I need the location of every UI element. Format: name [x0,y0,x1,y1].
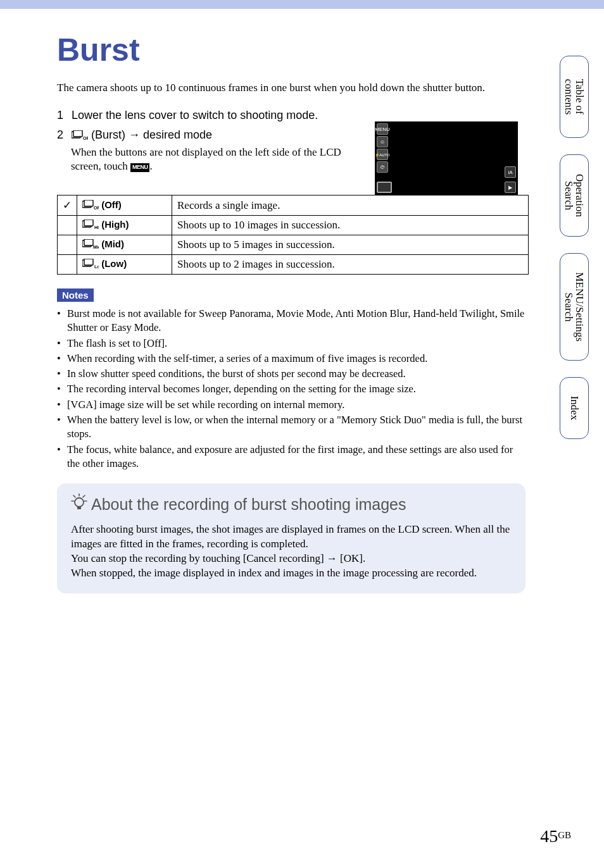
note-item: When recording with the self-timer, a se… [57,352,525,366]
tip-title: About the recording of burst shooting im… [71,493,512,515]
tab-label: Index [569,396,580,421]
page-num-value: 45 [540,826,558,846]
note-item: The focus, white balance, and exposure a… [57,443,525,471]
thumb-flash-icon: ⚡AUTO [377,149,388,160]
mode-high-desc: Shoots up to 10 images in succession. [172,216,529,235]
step-2-number: 2 [57,127,68,144]
svg-text:OFF: OFF [83,136,88,140]
burst-off-icon: OFF [72,128,88,146]
mode-off-desc: Records a single image. [172,195,529,216]
arrow-icon: → [129,128,140,141]
mode-off-text: (Off) [99,199,122,210]
svg-text:OFF: OFF [94,206,99,210]
tab-index[interactable]: Index [560,377,589,439]
tab-table-of-contents[interactable]: Table of contents [560,56,589,138]
svg-rect-13 [84,259,93,265]
mode-mid-check [58,235,77,255]
step-1-text: Lower the lens cover to switch to shooti… [72,109,318,121]
tab-label: Operation Search [563,174,585,217]
page-number: 45GB [540,826,571,846]
thumb-menu-icon: MENU [377,123,388,135]
tip-body: After shooting burst images, the shot im… [71,523,512,581]
svg-line-16 [73,495,75,497]
mode-off-label: OFF (Off) [77,195,172,216]
step-2-description: When the buttons are not displayed on th… [71,146,374,173]
tip-title-text: About the recording of burst shooting im… [91,495,406,514]
table-row: Hi (High) Shoots up to 10 images in succ… [58,216,529,235]
mode-high-check [58,216,77,235]
note-item: The flash is set to [Off]. [57,337,525,350]
tip-box: About the recording of burst shooting im… [57,483,525,593]
burst-lo-icon: Lo [82,259,99,271]
mode-low-label: Lo (Low) [77,255,172,275]
step-2-burst-label: (Burst) [91,128,125,141]
svg-text:Hi: Hi [94,225,99,230]
burst-off-icon: OFF [82,200,99,212]
table-row: Mid (Mid) Shoots up to 5 images in succe… [58,235,529,255]
svg-rect-21 [77,506,81,509]
note-item: In slow shutter speed conditions, the bu… [57,367,525,381]
tab-menu-settings-search[interactable]: MENU/Settings Search [560,253,589,361]
svg-rect-1 [73,130,82,137]
tab-label: MENU/Settings Search [563,272,585,342]
svg-text:Mid: Mid [93,245,99,249]
svg-rect-10 [84,239,93,245]
lcd-screenshot: MENU ☺ ⚡AUTO ⏱ iA ▶ [375,121,518,195]
step-1: 1 Lower the lens cover to switch to shoo… [57,107,374,124]
side-tabs: Table of contents Operation Search MENU/… [560,56,589,439]
page-title: Burst [57,32,572,68]
page-content: Burst The camera shoots up to 10 continu… [0,0,604,593]
note-item: When the battery level is low, or when t… [57,413,525,442]
svg-text:Lo: Lo [94,264,99,269]
svg-rect-7 [84,220,93,226]
thumb-mode-icon: iA [505,166,516,178]
svg-point-20 [75,498,84,507]
step-1-number: 1 [57,107,68,124]
step-2-text-after: desired mode [143,128,212,141]
mode-high-text: (High) [99,219,129,230]
thumb-play-icon: ▶ [505,182,516,193]
note-item: The recording interval becomes longer, d… [57,382,525,396]
notes-section: Notes Burst mode is not available for Sw… [57,288,572,471]
notes-list: Burst mode is not available for Sweep Pa… [57,307,525,471]
mode-mid-desc: Shoots up to 5 images in succession. [172,235,529,255]
menu-icon: MENU [130,163,150,172]
svg-line-17 [83,495,85,497]
notes-label: Notes [57,288,94,302]
mode-mid-label: Mid (Mid) [77,235,172,255]
step-2: 2 OFF (Burst) → desired mode When the bu… [57,127,374,173]
mode-high-label: Hi (High) [77,216,172,235]
table-row: Lo (Low) Shoots up to 2 images in succes… [58,255,529,275]
mode-low-check [58,255,77,275]
step-2-sub: When the buttons are not displayed on th… [71,146,341,172]
step-2-sub-end: . [149,160,152,172]
tab-operation-search[interactable]: Operation Search [560,154,589,237]
intro-text: The camera shoots up to 10 continuous fr… [57,81,513,96]
burst-hi-icon: Hi [82,220,99,232]
mode-low-text: (Low) [99,258,127,269]
thumb-timer-icon: ⏱ [377,161,388,173]
mode-mid-text: (Mid) [99,239,124,249]
tab-label: Table of contents [563,79,585,115]
lightbulb-icon [71,493,87,515]
burst-mid-icon: Mid [82,239,99,251]
mode-off-check: ✓ [58,195,77,216]
table-row: ✓ OFF (Off) Records a single image. [58,195,529,216]
page-num-suffix: GB [558,830,571,840]
thumb-smile-icon: ☺ [377,136,388,147]
burst-modes-table: ✓ OFF (Off) Records a single image. Hi (… [57,195,529,275]
note-item: Burst mode is not available for Sweep Pa… [57,307,525,335]
note-item: [VGA] image size will be set while recor… [57,398,525,412]
thumb-burst-icon [377,182,392,193]
mode-low-desc: Shoots up to 2 images in succession. [172,255,529,275]
svg-rect-4 [84,200,93,206]
